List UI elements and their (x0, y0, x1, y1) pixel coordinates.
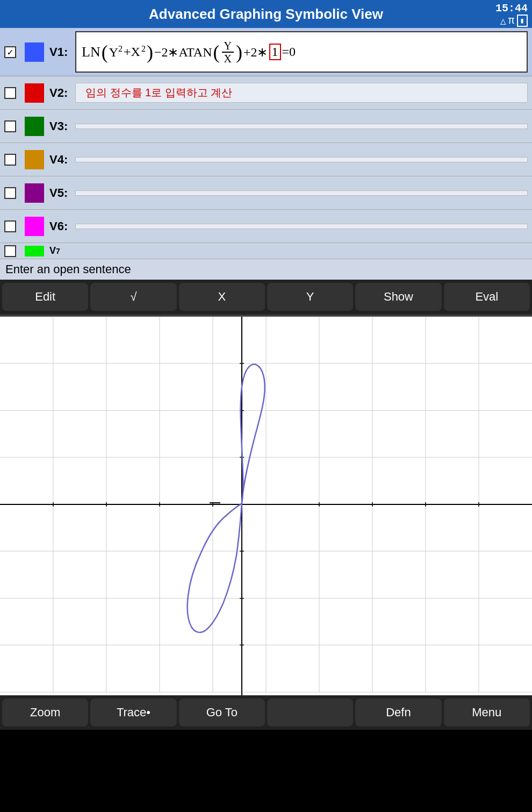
boxed-one: 1 (269, 44, 281, 60)
v3-label: V3: (47, 119, 75, 133)
pi-icon: π (508, 15, 515, 27)
v7-label: V7 (47, 245, 75, 257)
v5-color-swatch (25, 183, 44, 203)
v2-row[interactable]: V2: 임의 정수를 1로 입력하고 계산 (0, 76, 532, 110)
open-paren-big: ( (102, 41, 108, 63)
v1-checkbox[interactable] (4, 46, 16, 58)
v5-checkbox[interactable] (4, 187, 16, 199)
show-button[interactable]: Show (355, 283, 441, 311)
x-button[interactable]: X (179, 283, 265, 311)
frac-numerator: Y (222, 40, 234, 53)
v3-checkbox[interactable] (4, 120, 16, 132)
v4-checkbox-area[interactable] (0, 154, 21, 166)
close-paren-frac: ) (236, 41, 242, 63)
v6-row[interactable]: V6: (0, 210, 532, 243)
v5-row[interactable]: V5: (0, 176, 532, 210)
v1-label: V1: (47, 28, 75, 76)
v7-row[interactable]: V7 (0, 243, 532, 259)
v1-color-swatch (25, 42, 44, 62)
v5-checkbox-area[interactable] (0, 187, 21, 199)
v3-equation-box[interactable] (75, 124, 528, 129)
v4-equation-box[interactable] (75, 157, 528, 162)
v2-label: V2: (47, 86, 75, 100)
status-icons: △ π ▮ (495, 15, 528, 27)
status-area: 15:44 △ π ▮ (495, 2, 528, 27)
zoom-button[interactable]: Zoom (2, 699, 88, 726)
ln-func: LN (82, 44, 100, 60)
v4-row[interactable]: V4: (0, 143, 532, 176)
open-paren-frac: ( (213, 41, 220, 63)
x-squared: 2 (141, 44, 146, 60)
signal-icon: △ (500, 15, 506, 27)
v6-checkbox-area[interactable] (0, 220, 21, 232)
v4-label: V4: (47, 153, 75, 167)
battery-icon: ▮ (517, 15, 528, 27)
status-time: 15:44 (495, 2, 528, 15)
eval-button[interactable]: Eval (444, 283, 530, 311)
v6-label: V6: (47, 219, 75, 233)
page-title: Advanced Graphing Symbolic View (149, 6, 383, 23)
symbolic-section: V1: LN ( Y2 +X 2 ) −2∗ATAN ( Y X ) +2∗ 1… (0, 28, 532, 316)
v6-checkbox[interactable] (4, 220, 16, 232)
v1-equation-box[interactable]: LN ( Y2 +X 2 ) −2∗ATAN ( Y X ) +2∗ 1 =0 (75, 31, 528, 73)
status-message: Enter an open sentence (0, 259, 532, 280)
v1-checkbox-area[interactable] (0, 28, 21, 76)
v6-color-swatch (25, 217, 44, 236)
trace-button[interactable]: Trace• (90, 699, 176, 726)
empty-button[interactable] (267, 699, 353, 726)
v5-equation-box[interactable] (75, 190, 528, 196)
v7-checkbox[interactable] (4, 245, 16, 257)
v2-color-swatch (25, 83, 44, 103)
defn-button[interactable]: Defn (355, 699, 441, 726)
v3-color-swatch (25, 117, 44, 136)
close-paren-big: ) (147, 41, 153, 63)
v4-color-swatch (25, 150, 44, 169)
v2-checkbox-area[interactable] (0, 87, 21, 99)
goto-button[interactable]: Go To (179, 699, 265, 726)
checkmark-button[interactable]: √ (90, 283, 176, 311)
y-squared: Y2 (109, 44, 123, 60)
v4-checkbox[interactable] (4, 154, 16, 166)
graph-svg (0, 317, 532, 730)
toolbar: Edit √ X Y Show Eval (0, 280, 532, 314)
title-bar: Advanced Graphing Symbolic View 15:44 △ … (0, 0, 532, 28)
edit-button[interactable]: Edit (2, 283, 88, 311)
v2-equation-box[interactable]: 임의 정수를 1로 입력하고 계산 (75, 83, 528, 103)
v7-color-swatch (25, 246, 44, 257)
v2-hint: 임의 정수를 1로 입력하고 계산 (81, 86, 236, 100)
menu-button[interactable]: Menu (444, 699, 530, 726)
v1-row[interactable]: V1: LN ( Y2 +X 2 ) −2∗ATAN ( Y X ) +2∗ 1… (0, 28, 532, 76)
graph-section: Zoom Trace• Go To Defn Menu (0, 316, 532, 730)
v3-checkbox-area[interactable] (0, 120, 21, 132)
v5-label: V5: (47, 186, 75, 200)
y-button[interactable]: Y (267, 283, 353, 311)
v2-checkbox[interactable] (4, 87, 16, 99)
v7-checkbox-area[interactable] (0, 245, 21, 257)
frac-denominator: X (222, 53, 234, 65)
v6-equation-box[interactable] (75, 224, 528, 229)
bottom-bar: Zoom Trace• Go To Defn Menu (0, 695, 532, 730)
fraction-y-over-x: Y X (222, 40, 234, 65)
v1-equation: LN ( Y2 +X 2 ) −2∗ATAN ( Y X ) +2∗ 1 =0 (82, 40, 296, 65)
v3-row[interactable]: V3: (0, 110, 532, 143)
